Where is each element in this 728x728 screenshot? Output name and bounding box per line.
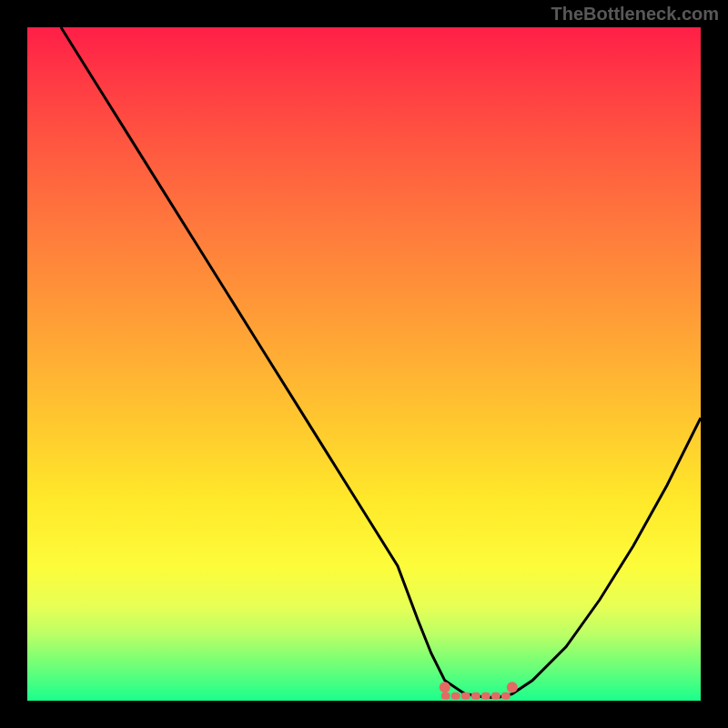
plot-area: [27, 27, 701, 701]
chart-frame: TheBottleneck.com: [0, 0, 728, 728]
curve-svg: [27, 27, 701, 701]
bottleneck-curve-path: [61, 27, 701, 697]
watermark-text: TheBottleneck.com: [551, 4, 719, 25]
main-curve: [61, 27, 701, 697]
flat-marker-right: [507, 682, 518, 693]
flat-marker-left: [440, 682, 450, 693]
